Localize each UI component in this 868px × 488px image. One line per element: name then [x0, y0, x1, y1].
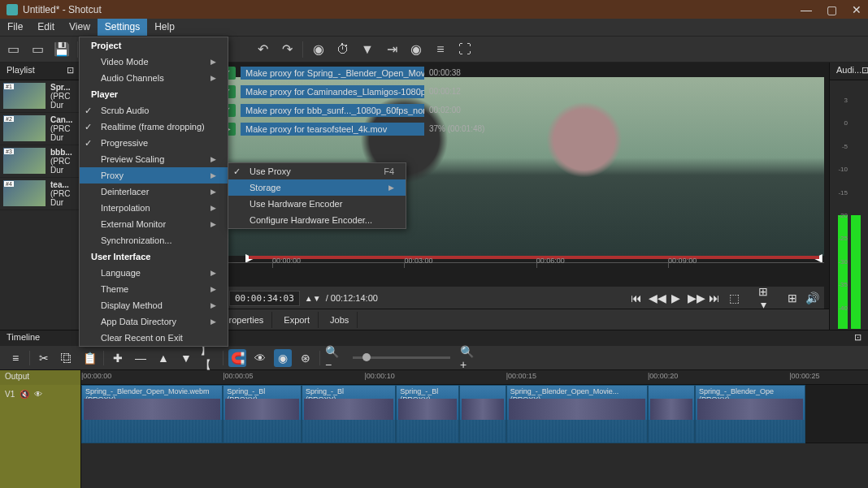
timeline-ruler[interactable]: |00:00:00|00:00:05|00:00:10|00:00:15|00:… [81, 370, 868, 385]
maximize-button[interactable]: ▢ [827, 3, 837, 16]
loop-icon[interactable]: ⬚ [727, 292, 741, 304]
menu-item[interactable]: Preview Scaling▶ [80, 151, 228, 167]
marker-icon[interactable]: ⇥ [383, 41, 401, 58]
zoom-icon[interactable]: ⊞ ▾ [756, 285, 770, 311]
timeline-clip[interactable]: Spring_-_Blender_Open_Movie.webm(PROXY) [81, 385, 223, 443]
ripple-icon[interactable]: ◉ [274, 349, 292, 367]
overwrite-icon[interactable]: 】【 [200, 349, 218, 367]
track-v1-header[interactable]: V1 🔇 👁 [0, 385, 80, 404]
tab-jobs[interactable]: Jobs [322, 312, 358, 328]
menu-file[interactable]: File [0, 19, 30, 36]
menu-item[interactable]: ✓Progressive [80, 135, 228, 151]
playlist-item[interactable]: #4 tea...(PRCDur [0, 178, 80, 210]
volume-icon[interactable]: 🔊 [805, 292, 819, 304]
timeline-clip[interactable] [648, 385, 695, 443]
remove-icon[interactable]: — [132, 349, 150, 367]
paste-icon[interactable]: 📋 [80, 349, 98, 367]
menu-item[interactable]: Deinterlacer▶ [80, 184, 228, 200]
current-time[interactable]: 00:00:34:03 [229, 291, 300, 306]
cut-icon[interactable]: ✂ [35, 349, 53, 367]
timeline-close-icon[interactable]: ⊡ [854, 332, 861, 344]
menu-item[interactable]: Proxy▶ [80, 167, 228, 184]
menu-section-title: Player [80, 86, 228, 102]
submenu-item[interactable]: Storage▶ [228, 179, 406, 196]
job-row[interactable]: ✓ Make proxy for Spring_-_Blender_Open_M… [219, 63, 488, 82]
menu-item[interactable]: Synchronization... [80, 232, 228, 248]
track-v1[interactable]: Spring_-_Blender_Open_Movie.webm(PROXY)S… [81, 385, 868, 443]
menu-help[interactable]: Help [147, 19, 182, 36]
menu-item[interactable]: Interpolation▶ [80, 200, 228, 216]
submenu-item[interactable]: ✓Use ProxyF4 [228, 163, 406, 179]
snap-icon[interactable]: 🧲 [228, 349, 246, 367]
play-icon[interactable]: ▶ [668, 292, 683, 304]
skip-end-icon[interactable]: ⏭ [707, 292, 722, 304]
save-icon[interactable]: 💾 [53, 41, 71, 58]
timeline-clip[interactable]: Spring_-_Blender_Ope(PROXY) [695, 385, 805, 443]
job-row[interactable]: ▶ Make proxy for tearsofsteel_4k.mov 37%… [219, 119, 488, 138]
undo-icon[interactable]: ↶ [254, 41, 271, 58]
lift-icon[interactable]: ▲ [154, 349, 172, 367]
menu-edit[interactable]: Edit [30, 19, 62, 36]
insert-icon[interactable]: ▼ [177, 349, 195, 367]
zoom-in-icon[interactable]: 🔍+ [460, 349, 478, 367]
ripple-all-icon[interactable]: ⊛ [297, 349, 315, 367]
open-other-icon[interactable]: ▭ [28, 41, 46, 58]
audio-close-icon[interactable]: ⊡ [861, 65, 868, 77]
menu-item[interactable]: Clear Recent on Exit [80, 330, 228, 346]
job-row[interactable]: ✓ Make proxy for Caminandes_Llamigos-108… [219, 82, 488, 101]
timeline-clip[interactable]: Spring_-_Bl(PROXY) [223, 385, 302, 443]
minimize-button[interactable]: — [801, 3, 812, 16]
eye-icon[interactable]: 👁 [34, 390, 42, 399]
timeline-menu-icon[interactable]: ≡ [7, 349, 24, 367]
menu-view[interactable]: View [62, 19, 98, 36]
stack-icon[interactable]: ≡ [432, 41, 449, 58]
playlist-title: Playlist [7, 65, 35, 77]
menu-item[interactable]: Audio Channels▶ [80, 70, 228, 86]
menu-item[interactable]: Language▶ [80, 265, 228, 281]
filter-icon[interactable]: ▼ [358, 41, 376, 58]
redo-icon[interactable]: ↷ [278, 41, 296, 58]
audio-title: Audi... [836, 65, 861, 77]
timeline-clip[interactable]: Spring_-_Bl(PROXY) [396, 385, 458, 443]
playlist-item[interactable]: #3 bbb...(PRCDur [0, 145, 80, 178]
export-icon[interactable]: ◉ [407, 41, 425, 58]
open-file-icon[interactable]: ▭ [4, 41, 22, 58]
playlist-item[interactable]: #1 Spr...(PRCDur [0, 80, 80, 113]
menu-item[interactable]: Display Method▶ [80, 297, 228, 313]
mute-icon[interactable]: 🔇 [20, 390, 29, 399]
playlist-item[interactable]: #2 Can...(PRCDur [0, 113, 80, 145]
close-button[interactable]: ✕ [852, 3, 861, 16]
track-output-label[interactable]: Output [0, 370, 80, 385]
grid-icon[interactable]: ⊞ [785, 292, 800, 304]
menu-item[interactable]: External Monitor▶ [80, 216, 228, 232]
forward-icon[interactable]: ▶▶ [688, 292, 702, 304]
job-time: 00:00:12 [429, 87, 488, 96]
rewind-icon[interactable]: ◀◀ [649, 292, 663, 304]
stopwatch-icon[interactable]: ⏱ [334, 41, 352, 58]
skip-start-icon[interactable]: ⏮ [629, 292, 644, 304]
scrub-icon[interactable]: 👁 [251, 349, 269, 367]
app-icon [7, 4, 18, 15]
menu-item[interactable]: App Data Directory▶ [80, 313, 228, 330]
submenu-item[interactable]: Configure Hardware Encoder... [228, 212, 406, 228]
timeline-clip[interactable]: Spring_-_Blender_Open_Movie...(PROXY) [506, 385, 648, 443]
menu-item[interactable]: Video Mode▶ [80, 54, 228, 70]
menu-item[interactable]: ✓Realtime (frame dropping) [80, 119, 228, 135]
settings-menu: ProjectVideo Mode▶Audio Channels▶Player✓… [79, 37, 228, 347]
timeline-clip[interactable]: Spring_-_Bl(PROXY) [302, 385, 396, 443]
fullscreen-icon[interactable]: ⛶ [456, 41, 474, 58]
tab-export[interactable]: Export [276, 312, 319, 328]
append-icon[interactable]: ✚ [109, 349, 127, 367]
menu-item[interactable]: ✓Scrub Audio [80, 102, 228, 119]
zoom-slider[interactable] [353, 356, 450, 359]
playlist-close-icon[interactable]: ⊡ [67, 65, 74, 77]
timeline-clip[interactable] [459, 385, 506, 443]
menu-settings[interactable]: Settings [98, 19, 147, 36]
job-row[interactable]: ✓ Make proxy for bbb_sunf..._1080p_60fps… [219, 101, 488, 119]
preview-ruler[interactable]: ▶ ◀ 00:00:0000:03:0000:06:0000:09:00 [224, 262, 824, 287]
submenu-item[interactable]: Use Hardware Encoder [228, 196, 406, 212]
menu-item[interactable]: Theme▶ [80, 281, 228, 297]
peak-icon[interactable]: ◉ [310, 41, 328, 58]
copy-icon[interactable]: ⿻ [58, 349, 76, 367]
zoom-out-icon[interactable]: 🔍− [325, 349, 343, 367]
